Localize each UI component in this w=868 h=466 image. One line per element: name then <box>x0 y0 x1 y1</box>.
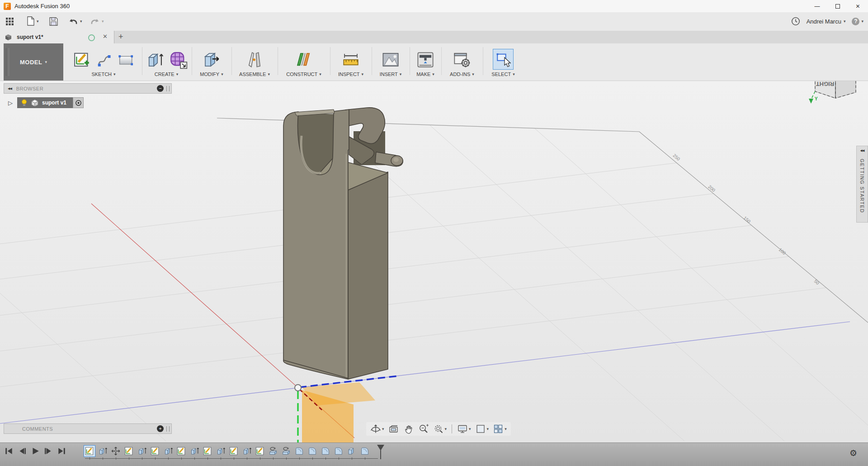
extrude-button[interactable] <box>145 50 165 70</box>
document-tab[interactable]: suport v1* ✕ <box>0 31 114 43</box>
joint-button[interactable] <box>245 50 264 70</box>
fillet-feature-icon[interactable] <box>294 446 305 456</box>
insert-menu-button[interactable]: INSERT▾ <box>373 70 408 79</box>
move-feature-icon[interactable] <box>110 446 121 456</box>
new-tab-button[interactable]: + <box>118 32 123 42</box>
visibility-bulb-icon[interactable] <box>21 99 28 107</box>
timeline-settings-gear[interactable]: ⚙ <box>849 448 857 458</box>
extrude-feature-icon[interactable] <box>97 446 108 456</box>
expand-node-icon[interactable]: ▷ <box>8 100 13 106</box>
zoom-window-button[interactable]: ▾ <box>432 423 448 435</box>
undo-button[interactable]: ▾ <box>68 15 82 28</box>
play-button[interactable] <box>31 447 40 456</box>
job-status-clock-icon[interactable] <box>791 17 800 26</box>
construct-menu-button[interactable]: CONSTRUCT▾ <box>279 70 328 79</box>
look-at-button[interactable] <box>387 423 401 435</box>
extrude-feature-icon[interactable] <box>241 446 252 456</box>
measure-button[interactable] <box>341 50 361 70</box>
go-to-end-button[interactable] <box>57 447 66 456</box>
addins-menu-button[interactable]: ADD-INS▾ <box>443 70 481 79</box>
redo-button[interactable]: ▾ <box>90 15 104 28</box>
assemble-menu-button[interactable]: ASSEMBLE▾ <box>233 70 276 79</box>
ribbon-group-modify: MODIFY▾ <box>193 43 230 81</box>
fillet-feature-icon[interactable] <box>333 446 344 456</box>
shell-feature-icon[interactable] <box>281 446 292 456</box>
ribbon-group-construct: CONSTRUCT▾ <box>279 43 328 81</box>
getting-started-panel-tab[interactable]: ◀◀ GETTING STARTED <box>856 146 868 223</box>
restore-button[interactable] <box>827 0 848 12</box>
press-pull-icon <box>202 50 221 69</box>
viewcube-face-label[interactable]: RIGHT <box>816 81 835 87</box>
app-grid-icon <box>5 17 14 26</box>
spline-button[interactable] <box>95 52 113 70</box>
extrude-feature-icon[interactable] <box>215 446 226 456</box>
go-to-start-button[interactable] <box>5 447 14 456</box>
collapse-panel-icon[interactable]: ◀◀ <box>8 87 12 90</box>
grid-display-button[interactable]: ▾ <box>474 423 491 435</box>
sketch-menu-button[interactable]: SKETCH▾ <box>66 70 141 79</box>
sketch-feature-icon[interactable] <box>176 446 187 456</box>
orbit-button[interactable]: ▾ <box>369 423 386 435</box>
create-sketch-button[interactable] <box>72 50 92 70</box>
sketch-feature-icon[interactable] <box>255 446 265 456</box>
panel-grip[interactable] <box>166 86 170 91</box>
step-back-button[interactable] <box>18 447 27 456</box>
extrude-feature-icon[interactable] <box>189 446 200 456</box>
create-form-button[interactable] <box>168 50 188 70</box>
fillet-feature-icon[interactable] <box>359 446 370 456</box>
minimize-button[interactable]: — <box>807 0 827 12</box>
make-button[interactable] <box>415 50 435 70</box>
create-menu-button[interactable]: CREATE▾ <box>144 70 189 79</box>
sketch-feature-icon[interactable] <box>84 446 95 456</box>
help-icon: ? <box>852 18 859 25</box>
comments-panel-header[interactable]: COMMENTS + <box>4 423 172 434</box>
extrude-feature-icon[interactable] <box>137 446 147 456</box>
close-button[interactable]: ✕ <box>848 0 868 12</box>
sketch-feature-icon[interactable] <box>202 446 213 456</box>
document-tab-bar: suport v1* ✕ + <box>0 31 868 44</box>
timeline-position-marker[interactable] <box>376 444 385 460</box>
browser-panel-title: BROWSER <box>16 86 43 91</box>
file-menu-button[interactable]: ▾ <box>26 15 39 28</box>
help-menu[interactable]: ? ▾ <box>852 18 863 25</box>
sketch-feature-icon[interactable] <box>228 446 239 456</box>
app-grid-button[interactable] <box>5 15 14 28</box>
user-account-menu[interactable]: Andrei Marcu ▾ <box>807 18 846 25</box>
browser-minimize-button[interactable]: − <box>157 85 164 92</box>
activate-component-radio[interactable] <box>73 97 84 108</box>
step-forward-button[interactable] <box>44 447 53 456</box>
sketch-feature-icon[interactable] <box>150 446 160 456</box>
undo-icon <box>68 17 79 26</box>
fillet-feature-icon[interactable] <box>320 446 331 456</box>
make-menu-button[interactable]: MAKE▾ <box>411 70 439 79</box>
modify-menu-button[interactable]: MODIFY▾ <box>193 70 230 79</box>
model-body[interactable] <box>283 108 403 379</box>
box-feature-icon[interactable] <box>346 446 357 456</box>
construct-plane-button[interactable] <box>294 50 314 70</box>
save-button[interactable] <box>49 15 58 28</box>
press-pull-button[interactable] <box>202 50 222 70</box>
add-comment-button[interactable]: + <box>157 425 164 432</box>
addins-button[interactable] <box>452 50 472 70</box>
zoom-button[interactable] <box>417 423 430 435</box>
pan-button[interactable] <box>402 423 415 435</box>
timeline-track[interactable] <box>85 458 378 459</box>
select-menu-button[interactable]: SELECT▾ <box>485 70 522 79</box>
browser-root-item[interactable]: suport v1 <box>17 97 73 108</box>
insert-image-button[interactable] <box>381 50 401 70</box>
panel-grip[interactable] <box>166 426 170 432</box>
tab-close-button[interactable]: ✕ <box>103 33 108 40</box>
extrude-feature-icon[interactable] <box>163 446 174 456</box>
workspace-switcher[interactable]: MODEL ▾ <box>4 43 63 81</box>
browser-panel-header[interactable]: ◀◀ BROWSER − <box>4 83 172 94</box>
dropdown-arrow-icon: ▾ <box>505 427 507 431</box>
display-settings-button[interactable]: ▾ <box>456 423 472 435</box>
origin-point[interactable] <box>295 385 301 391</box>
rectangle-button[interactable] <box>117 52 135 70</box>
toolbar-grip[interactable] <box>6 48 9 76</box>
fillet-feature-icon[interactable] <box>307 446 318 456</box>
inspect-menu-button[interactable]: INSPECT▾ <box>332 70 370 79</box>
shell-feature-icon[interactable] <box>268 446 278 456</box>
viewports-button[interactable]: ▾ <box>491 423 508 435</box>
sketch-feature-icon[interactable] <box>123 446 134 456</box>
